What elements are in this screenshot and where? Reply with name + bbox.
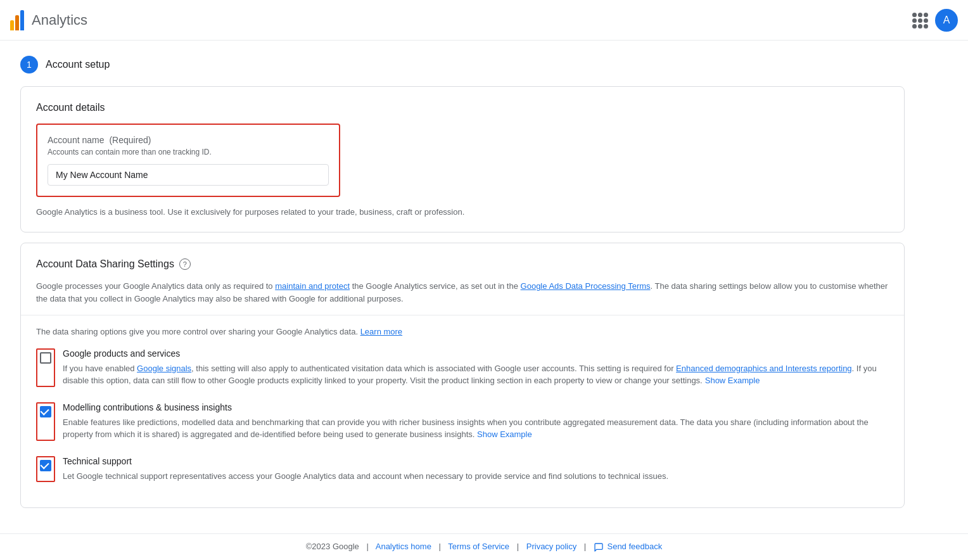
app-header: Analytics A	[0, 0, 968, 41]
terms-of-service-link[interactable]: Terms of Service	[448, 542, 509, 551]
account-details-card: Account details Account name (Required) …	[20, 86, 905, 232]
data-sharing-title: Account Data Sharing Settings ?	[36, 258, 889, 270]
data-sharing-description: Google processes your Google Analytics d…	[36, 280, 889, 305]
grid-dot	[918, 13, 922, 17]
copyright: ©2023 Google	[306, 542, 359, 551]
modelling-item: Modelling contributions & business insig…	[36, 402, 889, 441]
privacy-policy-link[interactable]: Privacy policy	[526, 542, 576, 551]
help-icon[interactable]: ?	[179, 258, 191, 270]
account-details-title: Account details	[36, 102, 889, 113]
user-avatar[interactable]: A	[935, 9, 958, 32]
grid-dot	[912, 24, 917, 29]
maintain-protect-link[interactable]: maintain and protect	[275, 281, 350, 291]
account-name-box: Account name (Required) Accounts can con…	[36, 124, 340, 197]
google-products-desc: If you have enabled Google signals, this…	[63, 362, 889, 387]
modelling-checkbox[interactable]	[40, 406, 51, 417]
modelling-checkbox-wrapper	[36, 402, 55, 441]
technical-support-checkbox-wrapper	[36, 456, 55, 483]
google-products-title: Google products and services	[63, 348, 889, 359]
grid-dot	[912, 18, 917, 23]
technical-support-title: Technical support	[63, 456, 889, 466]
grid-dot	[924, 24, 928, 29]
data-sharing-header: Account Data Sharing Settings ? Google p…	[21, 243, 904, 315]
google-signals-link[interactable]: Google signals	[137, 364, 191, 373]
grid-dot	[924, 18, 928, 23]
technical-support-item: Technical support Let Google technical s…	[36, 456, 889, 483]
grid-dot	[918, 18, 922, 23]
step-number: 1	[20, 56, 38, 73]
data-sharing-body: The data sharing options give you more c…	[21, 315, 904, 507]
enhanced-demographics-link[interactable]: Enhanced demographics and Interests repo…	[676, 364, 852, 373]
learn-more-link[interactable]: Learn more	[360, 327, 402, 336]
grid-dot	[912, 13, 917, 17]
field-label: Account name (Required)	[48, 135, 329, 145]
technical-support-checkbox[interactable]	[40, 460, 51, 471]
show-example-link-2[interactable]: Show Example	[477, 430, 532, 439]
google-ads-terms-link[interactable]: Google Ads Data Processing Terms	[521, 281, 651, 291]
grid-dot	[918, 24, 922, 29]
logo-bar-blue	[20, 10, 24, 30]
technical-support-desc: Let Google technical support representat…	[63, 470, 889, 483]
modelling-content: Modelling contributions & business insig…	[63, 402, 889, 441]
modelling-desc: Enable features like predictions, modell…	[63, 416, 889, 441]
google-apps-icon[interactable]	[912, 13, 927, 28]
step-title: Account setup	[46, 59, 110, 70]
google-products-content: Google products and services If you have…	[63, 348, 889, 387]
main-content: 1 Account setup Account details Account …	[0, 41, 925, 523]
google-products-item: Google products and services If you have…	[36, 348, 889, 387]
app-title: Analytics	[32, 12, 87, 29]
account-name-input[interactable]	[48, 164, 329, 186]
sharing-intro: The data sharing options give you more c…	[36, 326, 889, 338]
analytics-logo	[10, 10, 24, 30]
google-products-checkbox[interactable]	[40, 352, 51, 364]
step-indicator: 1 Account setup	[20, 56, 905, 73]
field-hint: Accounts can contain more than one track…	[48, 148, 329, 156]
google-products-checkbox-wrapper	[36, 348, 55, 387]
feedback-icon	[594, 542, 608, 551]
analytics-home-link[interactable]: Analytics home	[376, 542, 431, 551]
logo-bar-yellow	[10, 20, 14, 30]
show-example-link-1[interactable]: Show Example	[705, 376, 760, 385]
send-feedback-link[interactable]: Send feedback	[607, 542, 662, 551]
technical-support-content: Technical support Let Google technical s…	[63, 456, 889, 483]
logo-bar-orange	[15, 15, 19, 30]
grid-dot	[924, 13, 928, 17]
header-right: A	[912, 9, 958, 32]
data-sharing-card: Account Data Sharing Settings ? Google p…	[20, 243, 905, 508]
page-footer: ©2023 Google | Analytics home | Terms of…	[0, 533, 968, 560]
business-note: Google Analytics is a business tool. Use…	[36, 207, 889, 217]
header-left: Analytics	[10, 10, 87, 30]
modelling-title: Modelling contributions & business insig…	[63, 402, 889, 412]
